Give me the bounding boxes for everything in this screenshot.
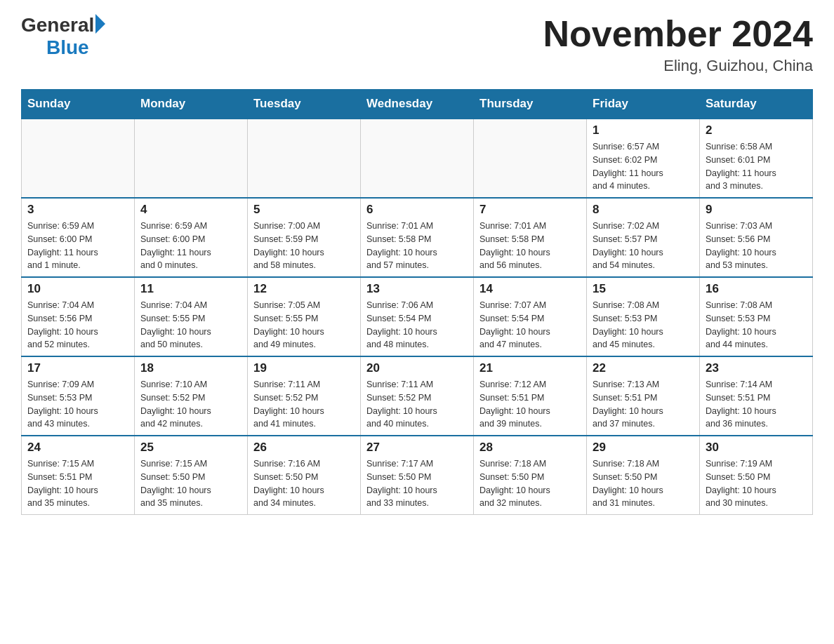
- day-number: 17: [27, 361, 128, 375]
- day-number: 6: [366, 203, 468, 217]
- day-number: 10: [27, 282, 128, 296]
- day-info: Sunrise: 7:03 AM Sunset: 5:56 PM Dayligh…: [706, 220, 807, 272]
- week-row-4: 17Sunrise: 7:09 AM Sunset: 5:53 PM Dayli…: [22, 356, 813, 436]
- day-header-friday: Friday: [587, 90, 700, 119]
- day-cell: 30Sunrise: 7:19 AM Sunset: 5:50 PM Dayli…: [700, 436, 813, 515]
- day-number: 13: [366, 282, 468, 296]
- day-number: 23: [706, 361, 807, 375]
- day-cell: [361, 119, 474, 198]
- day-info: Sunrise: 7:04 AM Sunset: 5:56 PM Dayligh…: [27, 299, 128, 351]
- page-header: General Blue November 2024 Eling, Guizho…: [21, 14, 813, 75]
- day-cell: 21Sunrise: 7:12 AM Sunset: 5:51 PM Dayli…: [474, 356, 587, 436]
- day-cell: 3Sunrise: 6:59 AM Sunset: 6:00 PM Daylig…: [22, 198, 135, 277]
- calendar-table: SundayMondayTuesdayWednesdayThursdayFrid…: [21, 89, 813, 515]
- day-number: 11: [140, 282, 241, 296]
- day-cell: 13Sunrise: 7:06 AM Sunset: 5:54 PM Dayli…: [361, 277, 474, 356]
- day-cell: 12Sunrise: 7:05 AM Sunset: 5:55 PM Dayli…: [248, 277, 361, 356]
- day-number: 9: [706, 203, 807, 217]
- week-row-5: 24Sunrise: 7:15 AM Sunset: 5:51 PM Dayli…: [22, 436, 813, 515]
- day-info: Sunrise: 7:17 AM Sunset: 5:50 PM Dayligh…: [366, 457, 468, 510]
- week-row-2: 3Sunrise: 6:59 AM Sunset: 6:00 PM Daylig…: [22, 198, 813, 277]
- day-number: 21: [479, 361, 581, 375]
- day-number: 1: [593, 123, 694, 137]
- day-number: 29: [593, 441, 694, 455]
- day-number: 14: [479, 282, 581, 296]
- day-cell: [22, 119, 135, 198]
- day-number: 15: [593, 282, 694, 296]
- logo-arrow-icon: [95, 14, 105, 34]
- day-info: Sunrise: 6:57 AM Sunset: 6:02 PM Dayligh…: [593, 140, 694, 193]
- day-number: 22: [593, 361, 694, 375]
- logo-blue: Blue: [46, 36, 89, 59]
- day-cell: 25Sunrise: 7:15 AM Sunset: 5:50 PM Dayli…: [135, 436, 248, 515]
- day-number: 30: [706, 441, 807, 455]
- day-info: Sunrise: 7:18 AM Sunset: 5:50 PM Dayligh…: [593, 457, 694, 510]
- week-row-3: 10Sunrise: 7:04 AM Sunset: 5:56 PM Dayli…: [22, 277, 813, 356]
- day-cell: 22Sunrise: 7:13 AM Sunset: 5:51 PM Dayli…: [587, 356, 700, 436]
- day-cell: 19Sunrise: 7:11 AM Sunset: 5:52 PM Dayli…: [248, 356, 361, 436]
- day-header-thursday: Thursday: [474, 90, 587, 119]
- day-cell: 24Sunrise: 7:15 AM Sunset: 5:51 PM Dayli…: [22, 436, 135, 515]
- calendar-subtitle: Eling, Guizhou, China: [543, 57, 813, 75]
- day-cell: 9Sunrise: 7:03 AM Sunset: 5:56 PM Daylig…: [700, 198, 813, 277]
- day-cell: 17Sunrise: 7:09 AM Sunset: 5:53 PM Dayli…: [22, 356, 135, 436]
- day-cell: 5Sunrise: 7:00 AM Sunset: 5:59 PM Daylig…: [248, 198, 361, 277]
- day-cell: 16Sunrise: 7:08 AM Sunset: 5:53 PM Dayli…: [700, 277, 813, 356]
- day-number: 5: [253, 203, 355, 217]
- day-cell: 10Sunrise: 7:04 AM Sunset: 5:56 PM Dayli…: [22, 277, 135, 356]
- day-number: 24: [27, 441, 128, 455]
- day-cell: 2Sunrise: 6:58 AM Sunset: 6:01 PM Daylig…: [700, 119, 813, 198]
- calendar-title: November 2024: [543, 14, 813, 54]
- day-info: Sunrise: 6:59 AM Sunset: 6:00 PM Dayligh…: [27, 220, 128, 272]
- header-row: SundayMondayTuesdayWednesdayThursdayFrid…: [22, 90, 813, 119]
- day-info: Sunrise: 7:11 AM Sunset: 5:52 PM Dayligh…: [253, 378, 355, 431]
- day-info: Sunrise: 7:13 AM Sunset: 5:51 PM Dayligh…: [593, 378, 694, 431]
- day-header-saturday: Saturday: [700, 90, 813, 119]
- day-number: 2: [706, 123, 807, 137]
- day-cell: 29Sunrise: 7:18 AM Sunset: 5:50 PM Dayli…: [587, 436, 700, 515]
- day-info: Sunrise: 7:00 AM Sunset: 5:59 PM Dayligh…: [253, 220, 355, 272]
- day-number: 18: [140, 361, 241, 375]
- day-info: Sunrise: 7:01 AM Sunset: 5:58 PM Dayligh…: [366, 220, 468, 272]
- logo: General Blue: [21, 14, 105, 59]
- day-number: 8: [593, 203, 694, 217]
- day-info: Sunrise: 7:06 AM Sunset: 5:54 PM Dayligh…: [366, 299, 468, 351]
- day-info: Sunrise: 7:04 AM Sunset: 5:55 PM Dayligh…: [140, 299, 241, 351]
- day-info: Sunrise: 7:16 AM Sunset: 5:50 PM Dayligh…: [253, 457, 355, 510]
- logo-general: General: [21, 14, 94, 36]
- day-cell: 23Sunrise: 7:14 AM Sunset: 5:51 PM Dayli…: [700, 356, 813, 436]
- day-info: Sunrise: 7:11 AM Sunset: 5:52 PM Dayligh…: [366, 378, 468, 431]
- day-info: Sunrise: 7:10 AM Sunset: 5:52 PM Dayligh…: [140, 378, 241, 431]
- day-info: Sunrise: 7:05 AM Sunset: 5:55 PM Dayligh…: [253, 299, 355, 351]
- day-cell: 28Sunrise: 7:18 AM Sunset: 5:50 PM Dayli…: [474, 436, 587, 515]
- day-header-wednesday: Wednesday: [361, 90, 474, 119]
- day-number: 16: [706, 282, 807, 296]
- day-info: Sunrise: 7:15 AM Sunset: 5:50 PM Dayligh…: [140, 457, 241, 510]
- day-cell: 20Sunrise: 7:11 AM Sunset: 5:52 PM Dayli…: [361, 356, 474, 436]
- day-number: 25: [140, 441, 241, 455]
- day-cell: 8Sunrise: 7:02 AM Sunset: 5:57 PM Daylig…: [587, 198, 700, 277]
- day-info: Sunrise: 7:09 AM Sunset: 5:53 PM Dayligh…: [27, 378, 128, 431]
- week-row-1: 1Sunrise: 6:57 AM Sunset: 6:02 PM Daylig…: [22, 119, 813, 198]
- day-header-tuesday: Tuesday: [248, 90, 361, 119]
- day-cell: 18Sunrise: 7:10 AM Sunset: 5:52 PM Dayli…: [135, 356, 248, 436]
- day-info: Sunrise: 7:01 AM Sunset: 5:58 PM Dayligh…: [479, 220, 581, 272]
- day-cell: [248, 119, 361, 198]
- day-info: Sunrise: 7:19 AM Sunset: 5:50 PM Dayligh…: [706, 457, 807, 510]
- day-info: Sunrise: 7:12 AM Sunset: 5:51 PM Dayligh…: [479, 378, 581, 431]
- day-cell: 15Sunrise: 7:08 AM Sunset: 5:53 PM Dayli…: [587, 277, 700, 356]
- day-info: Sunrise: 7:14 AM Sunset: 5:51 PM Dayligh…: [706, 378, 807, 431]
- day-header-sunday: Sunday: [22, 90, 135, 119]
- day-cell: 26Sunrise: 7:16 AM Sunset: 5:50 PM Dayli…: [248, 436, 361, 515]
- day-info: Sunrise: 6:59 AM Sunset: 6:00 PM Dayligh…: [140, 220, 241, 272]
- day-number: 26: [253, 441, 355, 455]
- day-info: Sunrise: 7:15 AM Sunset: 5:51 PM Dayligh…: [27, 457, 128, 510]
- day-info: Sunrise: 6:58 AM Sunset: 6:01 PM Dayligh…: [706, 140, 807, 193]
- day-number: 20: [366, 361, 468, 375]
- day-number: 3: [27, 203, 128, 217]
- day-number: 4: [140, 203, 241, 217]
- day-cell: 11Sunrise: 7:04 AM Sunset: 5:55 PM Dayli…: [135, 277, 248, 356]
- day-cell: 14Sunrise: 7:07 AM Sunset: 5:54 PM Dayli…: [474, 277, 587, 356]
- day-info: Sunrise: 7:08 AM Sunset: 5:53 PM Dayligh…: [593, 299, 694, 351]
- day-number: 28: [479, 441, 581, 455]
